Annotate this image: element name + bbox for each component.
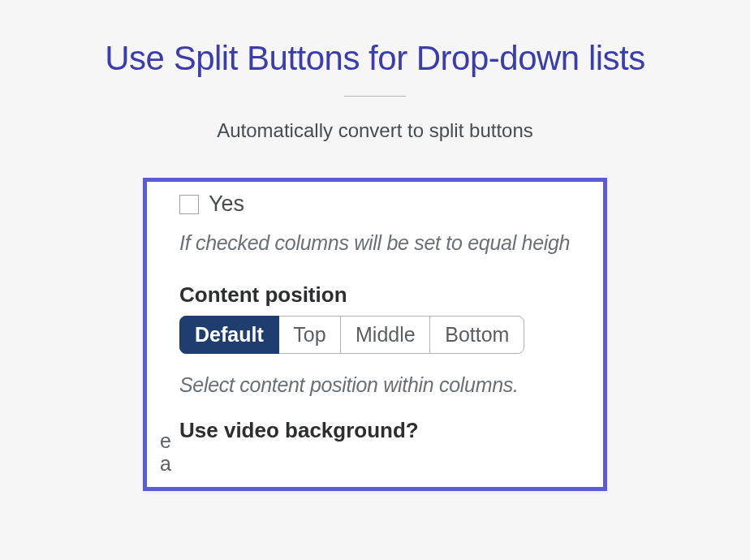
video-background-heading: Use video background? <box>160 418 607 443</box>
content-position-help-text: Select content position within columns. <box>160 373 607 397</box>
content-position-heading: Content position <box>160 282 607 308</box>
split-option-top[interactable]: Top <box>278 316 341 354</box>
equal-height-checkbox[interactable] <box>179 195 199 214</box>
content-position-split-buttons: Default Top Middle Bottom <box>179 316 524 354</box>
checkbox-label: Yes <box>209 192 244 217</box>
checkbox-help-text: If checked columns will be set to equal … <box>160 231 607 255</box>
page-subtitle: Automatically convert to split buttons <box>0 119 750 142</box>
split-option-middle[interactable]: Middle <box>340 316 431 354</box>
page-title: Use Split Buttons for Drop-down lists <box>0 39 750 78</box>
divider <box>344 96 406 97</box>
split-option-bottom[interactable]: Bottom <box>429 316 524 354</box>
screenshot-frame: Yes If checked columns will be set to eq… <box>143 178 607 491</box>
cropped-left-text: e a <box>160 430 171 475</box>
split-option-default[interactable]: Default <box>179 316 279 354</box>
